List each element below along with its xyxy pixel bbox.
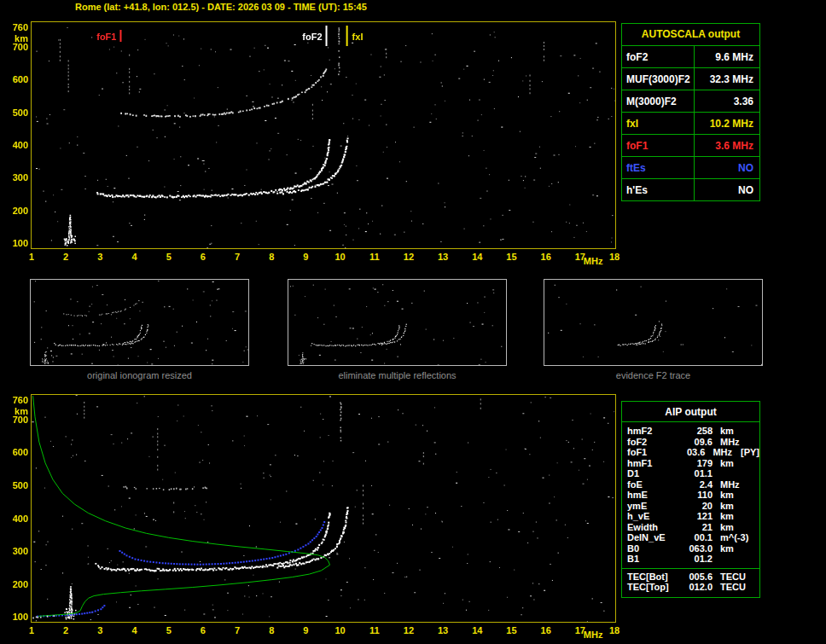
ionogram-plot-bottom bbox=[31, 394, 616, 623]
param-name: Ewidth bbox=[622, 522, 675, 532]
param-name: MUF(3000)F2 bbox=[622, 68, 694, 90]
x-tick-label: 10 bbox=[334, 625, 347, 635]
param-value: NO bbox=[694, 179, 759, 200]
param-unit: TECU bbox=[713, 571, 746, 582]
param-value: 10.2 MHz bbox=[694, 113, 759, 134]
param-name: TEC[Bot] bbox=[622, 571, 675, 582]
y-tick-label: 500 bbox=[0, 480, 28, 490]
param-name: foF2 bbox=[622, 46, 694, 67]
aip-row: hmE110km bbox=[622, 490, 759, 501]
param-name: foF1 bbox=[622, 447, 671, 457]
aip-row: B0063.0km bbox=[622, 543, 759, 554]
param-name: foF1 bbox=[622, 135, 694, 156]
aip-row: h_vE121km bbox=[622, 511, 759, 522]
y-tick-label: 100 bbox=[0, 612, 28, 622]
y-tick-label: 400 bbox=[0, 513, 28, 524]
param-value: 03.6 bbox=[671, 447, 705, 457]
autoscala-row: foF13.6 MHz bbox=[622, 134, 759, 156]
param-value: 20 bbox=[675, 501, 713, 511]
x-tick-label: 1 bbox=[25, 625, 38, 635]
aip-row: B101.2 bbox=[622, 554, 759, 565]
param-value: 00.1 bbox=[675, 532, 713, 542]
param-name: foF2 bbox=[622, 437, 675, 447]
param-name: M(3000)F2 bbox=[622, 90, 694, 112]
param-value: 005.6 bbox=[675, 571, 713, 582]
autoscala-row: MUF(3000)F232.3 MHz bbox=[622, 67, 759, 90]
param-name: ftEs bbox=[622, 157, 694, 178]
param-flag: [PY] bbox=[732, 447, 759, 457]
autoscala-row: M(3000)F23.36 bbox=[622, 90, 759, 112]
ionogram-bottom-canvas bbox=[32, 395, 615, 622]
param-value: 2.4 bbox=[675, 479, 713, 490]
param-unit: TECU bbox=[713, 582, 746, 592]
x-tick-label: 9 bbox=[299, 625, 312, 635]
thumbnail-f2-canvas bbox=[544, 280, 762, 365]
x-tick-label: 18 bbox=[608, 625, 621, 635]
x-tick-label: 6 bbox=[196, 252, 210, 262]
param-value: 3.36 bbox=[694, 90, 759, 112]
aip-table-title: AIP output bbox=[622, 402, 759, 422]
autoscala-output-screen: Rome (lat: +41.8, lon: 012.5) - DATE: 20… bbox=[0, 0, 826, 644]
x-tick-label: 9 bbox=[299, 252, 312, 262]
param-name: TEC[Top] bbox=[622, 582, 675, 592]
param-value: 09.6 bbox=[675, 437, 713, 447]
param-unit: km bbox=[713, 543, 734, 554]
param-name: h'Es bbox=[622, 179, 694, 200]
x-tick-label: 13 bbox=[436, 252, 450, 262]
x-tick-label: 8 bbox=[265, 252, 278, 262]
param-unit: MHz bbox=[705, 447, 732, 457]
param-unit: km bbox=[713, 501, 734, 511]
x-tick-label: 10 bbox=[334, 252, 347, 262]
x-tick-label: 3 bbox=[93, 625, 107, 635]
station-title: Rome (lat: +41.8, lon: 012.5) - DATE: 20… bbox=[75, 2, 367, 12]
param-value: 179 bbox=[675, 458, 713, 468]
y-tick-label: 200 bbox=[0, 579, 28, 589]
x-tick-label: 15 bbox=[504, 625, 518, 635]
param-value: 01.2 bbox=[675, 554, 713, 564]
autoscala-row: fxI10.2 MHz bbox=[622, 112, 759, 134]
thumbnail-caption-f2: evidence F2 trace bbox=[544, 370, 763, 380]
param-value: 110 bbox=[675, 490, 713, 500]
aip-row: hmF2258km bbox=[622, 426, 759, 437]
thumbnail-original-canvas bbox=[31, 280, 248, 365]
x-axis-unit-label: MHz bbox=[584, 256, 603, 266]
x-tick-label: 11 bbox=[368, 625, 381, 635]
param-value: 32.3 MHz bbox=[694, 68, 759, 90]
x-tick-label: 12 bbox=[402, 625, 416, 635]
x-axis-unit-label: MHz bbox=[584, 629, 603, 640]
x-tick-label: 3 bbox=[93, 252, 107, 262]
param-unit: MHz bbox=[713, 437, 740, 447]
autoscala-table-rows: foF29.6 MHzMUF(3000)F232.3 MHzM(3000)F23… bbox=[622, 45, 759, 200]
param-value: 9.6 MHz bbox=[694, 46, 759, 67]
aip-row: DelN_vE00.1m^(-3) bbox=[622, 532, 759, 543]
y-axis-unit-label: km bbox=[0, 33, 28, 44]
autoscala-table-title: AUTOSCALA output bbox=[622, 24, 759, 45]
param-unit: m^(-3) bbox=[713, 532, 748, 542]
param-value: 258 bbox=[675, 426, 713, 436]
y-tick-label: 300 bbox=[0, 546, 28, 556]
param-value: 121 bbox=[675, 511, 713, 521]
thumbnail-cleaned-canvas bbox=[288, 280, 506, 365]
y-tick-label: 500 bbox=[0, 107, 28, 118]
x-tick-label: 5 bbox=[162, 252, 176, 262]
x-tick-label: 16 bbox=[539, 625, 553, 635]
param-unit: km bbox=[713, 458, 734, 468]
aip-tec-rows: TEC[Bot]005.6TECUTEC[Top]012.0TECU bbox=[622, 568, 759, 593]
x-tick-label: 7 bbox=[230, 252, 244, 262]
param-name: B0 bbox=[622, 543, 675, 554]
param-value: 01.1 bbox=[675, 468, 713, 479]
autoscala-row: ftEsNO bbox=[622, 156, 759, 178]
param-value: 21 bbox=[675, 522, 713, 532]
aip-row: foF103.6MHz[PY] bbox=[622, 447, 759, 458]
thumbnail-cleaned-ionogram bbox=[288, 279, 507, 366]
param-unit: MHz bbox=[713, 479, 740, 490]
y-tick-label: 760 bbox=[0, 395, 28, 405]
y-tick-label: 100 bbox=[0, 238, 28, 248]
foF2-marker-label: foF2 bbox=[302, 32, 322, 42]
param-value: NO bbox=[694, 157, 759, 178]
param-name: DelN_vE bbox=[622, 532, 675, 542]
aip-row: Ewidth21km bbox=[622, 522, 759, 533]
y-tick-label: 760 bbox=[0, 22, 28, 32]
x-tick-label: 8 bbox=[265, 625, 278, 635]
autoscala-row: h'EsNO bbox=[622, 178, 759, 200]
